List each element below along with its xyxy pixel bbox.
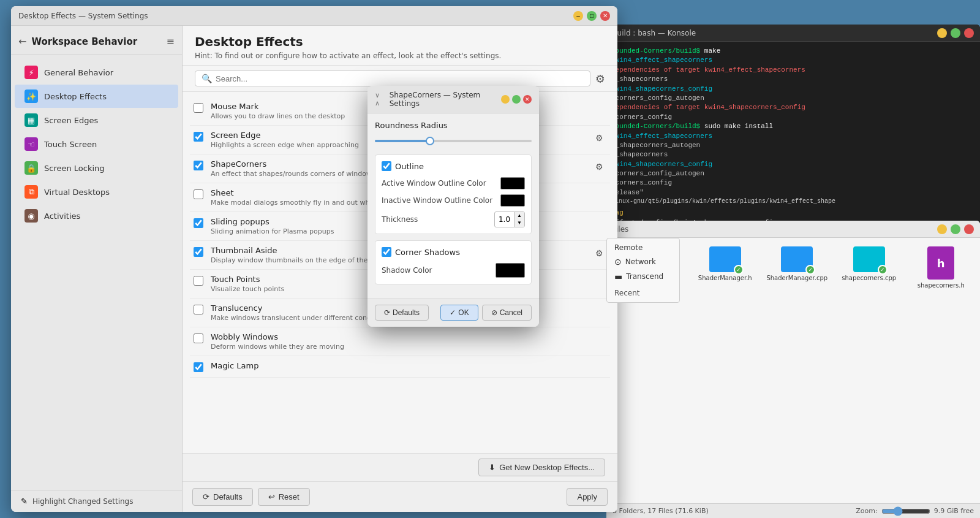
active-color-row: Active Window Outline Color xyxy=(382,177,525,189)
dialog-title-area: ∨ ∧ ShapeCorners — System Settings xyxy=(375,91,501,108)
dialog-title-text: ShapeCorners — System Settings xyxy=(390,91,501,108)
slider-fill xyxy=(375,140,430,142)
dialog-overlay: ∨ ∧ ShapeCorners — System Settings ✕ Rou… xyxy=(0,0,980,518)
shadow-checkbox[interactable] xyxy=(382,247,391,257)
thickness-row: Thickness 1.0 ▲ ▼ xyxy=(382,211,525,227)
inactive-color-row: Inactive Window Outline Color xyxy=(382,194,525,207)
roundness-section: Roundness Radius xyxy=(375,121,532,147)
dialog-cancel-button[interactable]: ⊘ Cancel xyxy=(482,305,532,321)
cancel-icon: ⊘ xyxy=(491,308,497,317)
dialog-close-button[interactable]: ✕ xyxy=(523,95,532,104)
slider-thumb[interactable] xyxy=(426,137,434,145)
spinner-up[interactable]: ▲ xyxy=(514,212,524,219)
thickness-label: Thickness xyxy=(382,215,418,224)
shapecorners-dialog: ∨ ∧ ShapeCorners — System Settings ✕ Rou… xyxy=(368,86,539,327)
thickness-spinner: 1.0 ▲ ▼ xyxy=(494,211,525,227)
dialog-title-controls: ✕ xyxy=(501,95,532,104)
thickness-value: 1.0 xyxy=(495,214,514,225)
dialog-body: Roundness Radius Outline Active Window O… xyxy=(368,113,539,298)
shadow-color-label: Shadow Color xyxy=(382,266,432,275)
defaults-icon: ⟳ xyxy=(384,308,390,317)
slider-track xyxy=(375,140,532,142)
outline-label: Outline xyxy=(395,162,424,171)
outline-header: Outline xyxy=(382,161,525,171)
dialog-titlebar: ∨ ∧ ShapeCorners — System Settings ✕ xyxy=(368,86,539,113)
dialog-footer: ⟳ Defaults ✓ OK ⊘ Cancel xyxy=(368,298,539,327)
outline-section: Outline Active Window Outline Color Inac… xyxy=(375,154,532,234)
spinner-down[interactable]: ▼ xyxy=(514,219,524,227)
outline-checkbox[interactable] xyxy=(382,161,391,171)
dialog-minimize-button[interactable] xyxy=(501,95,510,104)
inactive-color-swatch[interactable] xyxy=(500,194,525,207)
dialog-ok-cancel: ✓ OK ⊘ Cancel xyxy=(440,305,532,321)
spinner-arrows: ▲ ▼ xyxy=(514,212,524,227)
dialog-ok-button[interactable]: ✓ OK xyxy=(440,305,478,321)
roundness-label: Roundness Radius xyxy=(375,121,532,130)
inactive-color-label: Inactive Window Outline Color xyxy=(382,196,492,205)
active-color-label: Active Window Outline Color xyxy=(382,179,486,188)
dialog-maximize-button[interactable] xyxy=(512,95,521,104)
checkmark-icon: ✓ xyxy=(450,308,456,317)
shadow-label: Corner Shadows xyxy=(395,248,460,257)
shadow-header: Corner Shadows xyxy=(382,247,525,257)
dialog-title-left-controls: ∨ ∧ xyxy=(375,91,386,107)
dialog-defaults-button[interactable]: ⟳ Defaults xyxy=(375,305,429,321)
shadow-section: Corner Shadows Shadow Color xyxy=(375,240,532,284)
active-color-swatch[interactable] xyxy=(500,177,525,189)
shadow-color-row: Shadow Color xyxy=(382,263,525,278)
shadow-color-swatch[interactable] xyxy=(496,263,525,278)
roundness-slider-wrap xyxy=(375,135,532,147)
